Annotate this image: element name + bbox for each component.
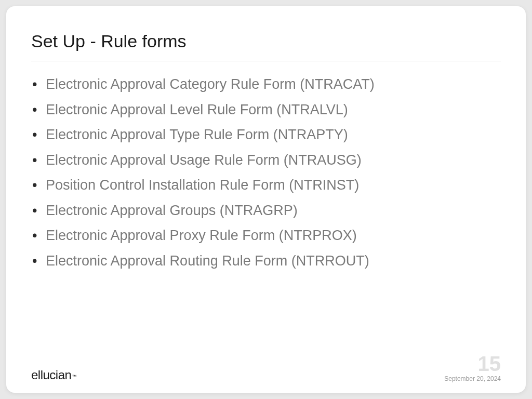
logo: ellucian™ [31,368,76,382]
slide-title: Set Up - Rule forms [31,31,501,51]
list-item: Electronic Approval Routing Rule Form (N… [46,250,399,272]
slide: Set Up - Rule forms Electronic Approval … [6,6,526,393]
footer-right: 15 September 20, 2024 [444,353,501,382]
list-item: Electronic Approval Type Rule Form (NTRA… [46,124,399,145]
slide-footer: ellucian™ 15 September 20, 2024 [31,353,501,382]
title-divider [31,61,501,61]
trademark-symbol: ™ [72,374,76,379]
list-item: Electronic Approval Level Rule Form (NTR… [46,99,399,121]
bullet-list: Electronic Approval Category Rule Form (… [31,74,501,275]
slide-date: September 20, 2024 [444,375,501,382]
page-number: 15 [444,353,501,374]
list-item: Position Control Installation Rule Form … [46,175,399,196]
logo-text: ellucian [31,368,71,382]
list-item: Electronic Approval Proxy Rule Form (NTR… [46,225,399,246]
list-item: Electronic Approval Usage Rule Form (NTR… [46,150,399,171]
list-item: Electronic Approval Category Rule Form (… [46,74,399,95]
list-item: Electronic Approval Groups (NTRAGRP) [46,200,399,221]
